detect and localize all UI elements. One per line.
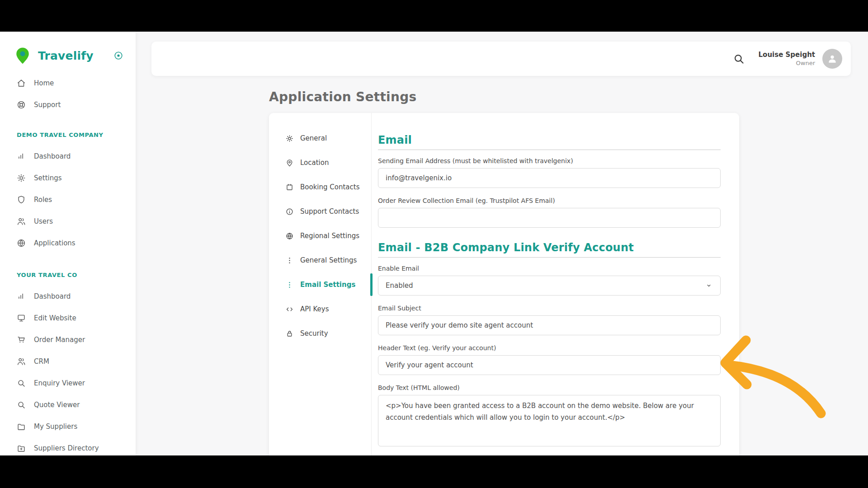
logo-row: Travelify (13, 43, 124, 68)
section-rule (378, 257, 721, 258)
users-icon (16, 216, 26, 226)
body-text-textarea[interactable]: <p>You have been granted access to a B2B… (378, 395, 721, 446)
gear-icon (16, 173, 26, 183)
sidebar-item-edit-website[interactable]: Edit Website (0, 307, 136, 329)
user-role: Owner (759, 59, 815, 67)
bar-chart-icon (16, 151, 26, 161)
body-text-label: Body Text (HTML allowed) (378, 384, 721, 391)
sidebar-item-enquiry-viewer[interactable]: Enquiry Viewer (0, 372, 136, 394)
sidebar-item-quote-viewer[interactable]: Quote Viewer (0, 394, 136, 416)
main-content: Louise Speight Owner Application Setting… (136, 32, 868, 455)
avatar[interactable] (822, 49, 842, 69)
globe-icon (285, 232, 294, 240)
monitor-icon (16, 313, 26, 323)
enable-email-label: Enable Email (378, 265, 721, 272)
header-text-input[interactable] (378, 355, 721, 375)
order-review-email-label: Order Review Collection Email (eg. Trust… (378, 197, 721, 204)
tab-email-settings[interactable]: Email Settings (269, 272, 371, 297)
sidebar-item-my-suppliers[interactable]: My Suppliers (0, 416, 136, 437)
chevron-down-icon (705, 282, 713, 290)
tab-support-contacts[interactable]: Support Contacts (269, 199, 371, 224)
life-ring-icon (16, 100, 26, 110)
home-icon (16, 78, 26, 88)
code-icon (285, 305, 294, 314)
application-settings-card: General Location Booking Contacts Suppor… (269, 113, 739, 455)
search-icon[interactable] (733, 53, 745, 65)
tab-api-keys[interactable]: API Keys (269, 297, 371, 321)
tab-general[interactable]: General (269, 126, 371, 150)
sidebar-item-suppliers-directory[interactable]: Suppliers Directory (0, 437, 136, 455)
globe-icon (16, 238, 26, 248)
search-icon (16, 400, 26, 410)
folder-plus-icon (16, 443, 26, 453)
sidebar: Travelify Home Support DEMO TRAVEL COMPA… (0, 32, 136, 455)
sidebar-item-home[interactable]: Home (0, 72, 136, 94)
person-icon (826, 53, 838, 65)
shield-icon (16, 195, 26, 205)
sending-email-input[interactable] (378, 168, 721, 188)
calendar-icon (285, 183, 294, 192)
sidebar-item-support[interactable]: Support (0, 94, 136, 116)
tab-location[interactable]: Location (269, 150, 371, 175)
sidebar-section-heading-your-travel-co: YOUR TRAVEL CO (0, 264, 136, 286)
sidebar-item-crm[interactable]: CRM (0, 351, 136, 372)
info-circle-icon (285, 207, 294, 216)
section-heading-b2b-verify: Email - B2B Company Link Verify Account (378, 241, 721, 254)
email-subject-input[interactable] (378, 315, 721, 335)
section-heading-email: Email (378, 134, 721, 146)
sidebar-item-order-manager[interactable]: Order Manager (0, 329, 136, 351)
app-window: Travelify Home Support DEMO TRAVEL COMPA… (0, 32, 868, 455)
section-rule (378, 150, 721, 150)
cart-icon (16, 335, 26, 345)
sidebar-item-dashboard-your[interactable]: Dashboard (0, 286, 136, 307)
sidebar-item-settings[interactable]: Settings (0, 167, 136, 189)
tab-booking-contacts[interactable]: Booking Contacts (269, 175, 371, 199)
letterboxed-screenshot: Travelify Home Support DEMO TRAVEL COMPA… (0, 0, 868, 488)
search-icon (16, 378, 26, 388)
page-title: Application Settings (269, 89, 868, 104)
enable-email-value: Enabled (386, 282, 413, 290)
enable-email-select[interactable]: Enabled (378, 276, 721, 296)
email-settings-form: Email Sending Email Address (must be whi… (372, 113, 739, 455)
sending-email-label: Sending Email Address (must be whitelist… (378, 157, 721, 164)
order-review-email-input[interactable] (378, 208, 721, 228)
sidebar-item-dashboard-demo[interactable]: Dashboard (0, 145, 136, 167)
user-name: Louise Speight (759, 51, 815, 59)
header-text-label: Header Text (eg. Verify your account) (378, 344, 721, 352)
map-pin-icon (285, 159, 294, 167)
dots-vertical-icon (285, 281, 294, 289)
tab-security[interactable]: Security (269, 321, 371, 346)
lock-icon (285, 329, 294, 338)
travelify-logo-icon (13, 46, 33, 66)
sidebar-section-heading-demo-travel-company: DEMO TRAVEL COMPANY (0, 124, 136, 145)
bar-chart-icon (16, 291, 26, 301)
sidebar-item-roles[interactable]: Roles (0, 189, 136, 211)
tab-general-settings[interactable]: General Settings (269, 248, 371, 272)
users-icon (16, 357, 26, 366)
sidebar-toggle-icon[interactable] (113, 50, 124, 61)
sidebar-item-users[interactable]: Users (0, 211, 136, 232)
user-menu[interactable]: Louise Speight Owner (759, 51, 815, 67)
dots-vertical-icon (285, 256, 294, 265)
gear-icon (285, 134, 294, 143)
brand-name: Travelify (38, 49, 113, 62)
settings-tab-list: General Location Booking Contacts Suppor… (269, 113, 372, 455)
sidebar-item-applications[interactable]: Applications (0, 232, 136, 254)
email-subject-label: Email Subject (378, 305, 721, 312)
tab-regional-settings[interactable]: Regional Settings (269, 224, 371, 248)
folder-icon (16, 422, 26, 432)
sidebar-nav: Home Support DEMO TRAVEL COMPANY Dashboa… (0, 72, 136, 455)
topbar: Louise Speight Owner (151, 42, 851, 76)
